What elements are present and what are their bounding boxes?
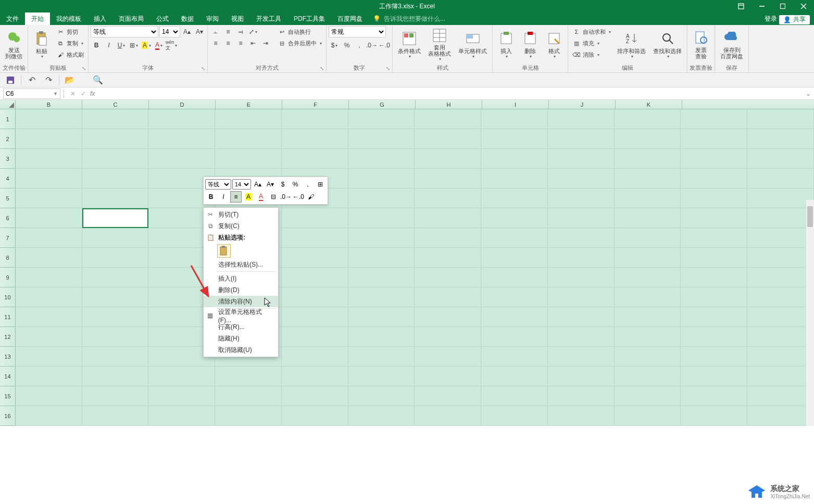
- increase-decimal-icon[interactable]: .0→: [366, 40, 378, 51]
- row-header[interactable]: 13: [0, 347, 16, 367]
- cell[interactable]: [481, 228, 548, 248]
- cell[interactable]: [415, 228, 481, 248]
- mini-font-name[interactable]: 等线: [205, 179, 231, 190]
- cell[interactable]: [16, 208, 82, 228]
- tab-developer[interactable]: 开发工具: [250, 12, 287, 25]
- cell[interactable]: [615, 169, 681, 188]
- paste-button[interactable]: 粘贴: [30, 26, 53, 62]
- col-header[interactable]: H: [416, 100, 482, 109]
- cell[interactable]: [681, 228, 747, 248]
- cell[interactable]: [148, 149, 215, 169]
- cell[interactable]: [548, 109, 615, 129]
- cell[interactable]: [481, 386, 548, 406]
- cell[interactable]: [82, 347, 149, 367]
- cell[interactable]: [348, 367, 415, 386]
- col-header[interactable]: D: [149, 100, 216, 109]
- fill-color-button[interactable]: A: [141, 40, 152, 51]
- save-to-baidu-button[interactable]: 保存到百度网盘: [717, 26, 746, 62]
- cell[interactable]: [16, 287, 82, 307]
- tab-pdf-tools[interactable]: PDF工具集: [287, 12, 331, 25]
- cell[interactable]: [348, 327, 415, 347]
- ctx-hide[interactable]: 隐藏(H): [204, 333, 278, 344]
- cell[interactable]: [415, 109, 481, 129]
- cell[interactable]: [481, 109, 548, 129]
- cell[interactable]: [681, 248, 747, 268]
- cell[interactable]: [215, 367, 282, 386]
- cell[interactable]: [282, 208, 348, 228]
- cell[interactable]: [747, 327, 814, 347]
- wrap-text-button[interactable]: ↩自动换行: [275, 26, 324, 37]
- cell[interactable]: [481, 149, 548, 169]
- cell[interactable]: [481, 347, 548, 367]
- cell[interactable]: [681, 287, 747, 307]
- tab-templates[interactable]: 我的模板: [50, 12, 87, 25]
- cell[interactable]: [548, 268, 615, 287]
- mini-inc-decimal-icon[interactable]: .0→: [280, 191, 292, 203]
- cell[interactable]: [82, 169, 149, 188]
- font-color-button[interactable]: A: [153, 40, 165, 51]
- cell[interactable]: [148, 129, 215, 149]
- cell[interactable]: [548, 228, 615, 248]
- merge-center-button[interactable]: ⊟合并后居中: [275, 37, 324, 49]
- cell[interactable]: [548, 169, 615, 188]
- cell[interactable]: [16, 386, 82, 406]
- cell[interactable]: [681, 109, 747, 129]
- cell[interactable]: [282, 248, 348, 268]
- col-header[interactable]: C: [82, 100, 149, 109]
- alignment-dialog-launcher[interactable]: ⤡: [319, 65, 325, 71]
- select-all-corner[interactable]: [0, 100, 16, 109]
- ctx-clear-contents[interactable]: 清除内容(N): [204, 296, 278, 307]
- cell[interactable]: [548, 367, 615, 386]
- cell[interactable]: [16, 268, 82, 287]
- number-format-select[interactable]: 常规: [329, 26, 386, 37]
- cell[interactable]: [747, 386, 814, 406]
- cell[interactable]: [681, 208, 747, 228]
- cell[interactable]: [615, 406, 681, 426]
- phonetic-button[interactable]: wén文: [166, 40, 177, 51]
- mini-dec-decimal-icon[interactable]: ←.0: [293, 191, 304, 203]
- cell[interactable]: [348, 287, 415, 307]
- send-to-wechat-button[interactable]: 发送到微信: [2, 26, 26, 62]
- mini-comma-icon[interactable]: ,: [302, 179, 314, 190]
- cell[interactable]: [481, 406, 548, 426]
- bold-button[interactable]: B: [91, 40, 102, 51]
- cell[interactable]: [148, 109, 215, 129]
- align-bottom-icon[interactable]: ⫤: [235, 26, 246, 37]
- cell[interactable]: [348, 169, 415, 188]
- cell[interactable]: [215, 149, 282, 169]
- cell[interactable]: [16, 169, 82, 188]
- cell[interactable]: [16, 109, 82, 129]
- cell[interactable]: [681, 386, 747, 406]
- cell[interactable]: [548, 188, 615, 208]
- increase-indent-icon[interactable]: ⇥: [260, 37, 271, 49]
- cell[interactable]: [215, 386, 282, 406]
- cell[interactable]: [415, 248, 481, 268]
- cell[interactable]: [348, 268, 415, 287]
- italic-button[interactable]: I: [103, 40, 115, 51]
- tab-view[interactable]: 视图: [225, 12, 250, 25]
- spreadsheet-grid[interactable]: B C D E F G H I J K 12345678910111213141…: [0, 100, 814, 426]
- mini-font-color-icon[interactable]: A: [255, 191, 267, 203]
- cell[interactable]: [548, 287, 615, 307]
- cell[interactable]: [82, 268, 149, 287]
- increase-font-icon[interactable]: A▴: [181, 26, 193, 37]
- cell[interactable]: [148, 406, 215, 426]
- cell[interactable]: [415, 327, 481, 347]
- cell[interactable]: [481, 188, 548, 208]
- format-cells-button[interactable]: 格式: [543, 26, 566, 62]
- expand-formula-bar-icon[interactable]: ⌄: [803, 90, 814, 97]
- cell[interactable]: [282, 109, 348, 129]
- ctx-delete[interactable]: 删除(D): [204, 284, 278, 296]
- cell[interactable]: [415, 347, 481, 367]
- cell[interactable]: [415, 367, 481, 386]
- cell[interactable]: [615, 307, 681, 327]
- cell[interactable]: [681, 406, 747, 426]
- cell-styles-button[interactable]: 单元格样式: [455, 26, 490, 62]
- cell[interactable]: [282, 149, 348, 169]
- cell[interactable]: [282, 228, 348, 248]
- cell[interactable]: [16, 367, 82, 386]
- cell[interactable]: [681, 268, 747, 287]
- cell[interactable]: [615, 248, 681, 268]
- cell[interactable]: [16, 228, 82, 248]
- cell[interactable]: [148, 386, 215, 406]
